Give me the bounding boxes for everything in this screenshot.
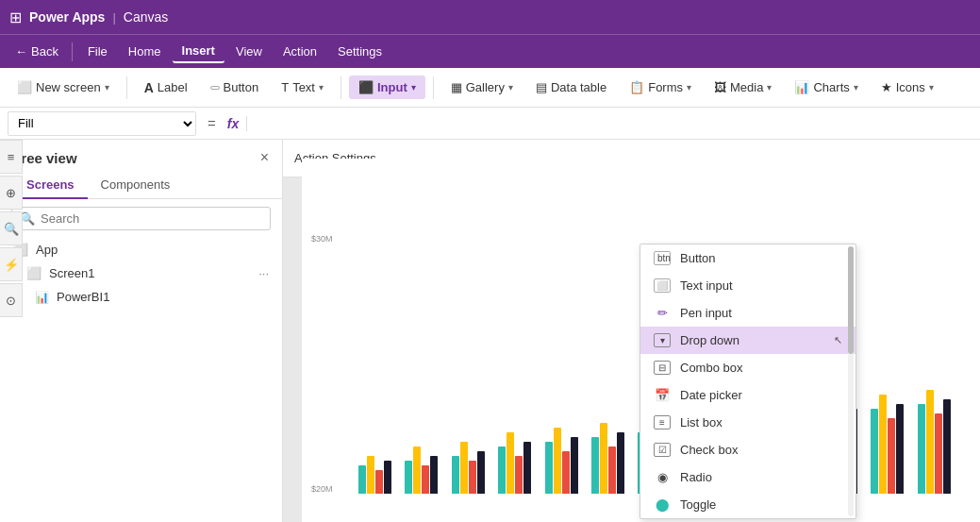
app-item[interactable]: ⬜ App: [0, 238, 282, 261]
chart-bar: [926, 390, 934, 494]
chart-bar: [591, 437, 599, 494]
chart-bar: [600, 423, 607, 494]
dropdown-item-combo-box[interactable]: ⊟ Combo box: [640, 354, 855, 381]
dropdown-item-check-box[interactable]: ☑ Check box: [640, 436, 855, 463]
dropdown-scrollbar[interactable]: [848, 246, 854, 516]
menu-settings[interactable]: Settings: [328, 41, 391, 62]
chart-bar: [562, 451, 570, 494]
button-button[interactable]: Button: [201, 76, 269, 99]
canvas-area[interactable]: Action Settings $30M $20M btn Button: [283, 140, 980, 522]
data-table-button[interactable]: ▤ Data table: [526, 76, 616, 99]
forms-button[interactable]: 📋 Forms ▾: [620, 76, 701, 99]
dropdown-item-dropdown[interactable]: ▾ Drop down ↖: [640, 327, 855, 354]
chart-bar: [943, 399, 951, 494]
chart-bar: [384, 461, 391, 494]
tab-components[interactable]: Components: [88, 172, 184, 199]
dropdown-dropdown-label: Drop down: [680, 333, 739, 347]
chart-bar: [571, 437, 578, 494]
screen1-label: Screen1: [49, 266, 94, 280]
property-select[interactable]: Fill: [8, 111, 196, 136]
dropdown-item-button[interactable]: btn Button: [640, 244, 855, 272]
tab-screens[interactable]: Screens: [13, 172, 88, 199]
formula-input[interactable]: [255, 116, 972, 130]
input-icon: ⬛: [358, 80, 374, 94]
bar-group: [405, 446, 448, 494]
menu-file[interactable]: File: [78, 41, 117, 62]
fx-label: fx: [227, 116, 247, 131]
charts-button[interactable]: 📊 Charts ▾: [785, 76, 867, 99]
chart-bar: [515, 456, 523, 494]
button-btn-label: Button: [224, 80, 259, 94]
charts-chevron-icon: ▾: [854, 82, 858, 93]
dropdown-item-text-input[interactable]: ⬜ Text input: [640, 272, 855, 299]
chart-bar: [918, 404, 925, 494]
radio-dropdown-icon: ◉: [654, 470, 671, 484]
gallery-chevron-icon: ▾: [508, 82, 513, 93]
edge-tab-add[interactable]: ⊕: [0, 176, 23, 210]
grid-icon: ⊞: [9, 8, 22, 26]
charts-label: Charts: [813, 80, 849, 94]
input-button[interactable]: ⬛ Input ▾: [349, 76, 425, 99]
chart-bar: [871, 409, 878, 494]
gallery-btn-label: Gallery: [466, 80, 505, 94]
button-dropdown-icon: btn: [654, 251, 671, 265]
menu-action[interactable]: Action: [274, 41, 326, 62]
chart-bar: [452, 456, 459, 494]
screen1-more-icon[interactable]: ···: [258, 266, 269, 280]
edge-tab-search[interactable]: 🔍: [0, 211, 23, 245]
label-button[interactable]: A Label: [135, 76, 197, 100]
dropdown-item-list-box[interactable]: ≡ List box: [640, 409, 855, 436]
back-label: Back: [31, 44, 58, 59]
dropdown-item-pen-input[interactable]: ✏ Pen input: [640, 299, 855, 327]
input-chevron-icon: ▾: [411, 82, 416, 93]
powerbi-icon: 📊: [34, 291, 49, 304]
bar-group: [918, 390, 961, 494]
dropdown-toggle-label: Toggle: [680, 497, 716, 512]
edge-tab-menu[interactable]: ≡: [0, 140, 23, 174]
chart-bar: [896, 404, 904, 494]
chart-bottom-label: $20M: [311, 484, 333, 494]
chart-bar: [367, 456, 374, 494]
gallery-button[interactable]: ▦ Gallery ▾: [441, 76, 523, 99]
dropdown-list-box-label: List box: [680, 415, 723, 429]
edge-tab-eye[interactable]: ⊙: [0, 283, 23, 317]
edge-tab-power[interactable]: ⚡: [0, 247, 23, 281]
media-button[interactable]: 🖼 Media ▾: [705, 76, 781, 99]
app-label: App: [36, 243, 58, 257]
bar-group: [498, 432, 541, 494]
dropdown-item-radio[interactable]: ◉ Radio: [640, 463, 855, 491]
menu-home[interactable]: Home: [119, 41, 171, 62]
cursor-icon: ↖: [834, 334, 842, 346]
bar-group: [591, 423, 635, 494]
chart-bar: [422, 465, 429, 494]
input-dropdown-menu: btn Button ⬜ Text input ✏ Pen input ▾ Dr…: [639, 244, 856, 519]
menu-bar: ← Back File Home Insert View Action Sett…: [0, 34, 980, 68]
back-button[interactable]: ← Back: [8, 41, 66, 62]
dropdown-item-toggle[interactable]: ⬤ Toggle: [640, 491, 855, 518]
chart-bar: [375, 470, 383, 494]
powerbi1-item[interactable]: 📊 PowerBI1: [0, 285, 282, 309]
icons-button[interactable]: ★ Icons ▾: [872, 76, 943, 99]
date-picker-dropdown-icon: 📅: [654, 388, 671, 402]
text-button[interactable]: T Text ▾: [272, 76, 333, 99]
icons-chevron-icon: ▾: [929, 82, 934, 93]
bar-group: [452, 442, 495, 494]
screen1-item[interactable]: ▾ ⬜ Screen1 ···: [0, 261, 282, 285]
dropdown-button-label: Button: [680, 251, 716, 265]
text-btn-label: Text: [292, 80, 315, 94]
menu-view[interactable]: View: [226, 41, 272, 62]
app-name: Power Apps: [29, 9, 105, 25]
dropdown-item-date-picker[interactable]: 📅 Date picker: [640, 381, 855, 409]
menu-divider: [72, 42, 73, 61]
new-screen-chevron-icon: ▾: [105, 82, 109, 93]
new-screen-button[interactable]: ⬜ New screen ▾: [8, 76, 119, 99]
media-icon: 🖼: [714, 80, 726, 94]
text-input-dropdown-icon: ⬜: [654, 278, 671, 293]
label-icon: A: [144, 80, 154, 95]
title-separator: |: [112, 10, 115, 25]
menu-insert[interactable]: Insert: [173, 40, 224, 63]
sidebar-close-button[interactable]: ×: [260, 149, 269, 166]
search-input[interactable]: [41, 211, 262, 226]
input-btn-label: Input: [377, 80, 407, 94]
sidebar: Tree view × Screens Components 🔍 ⬜ App ▾…: [0, 140, 283, 522]
